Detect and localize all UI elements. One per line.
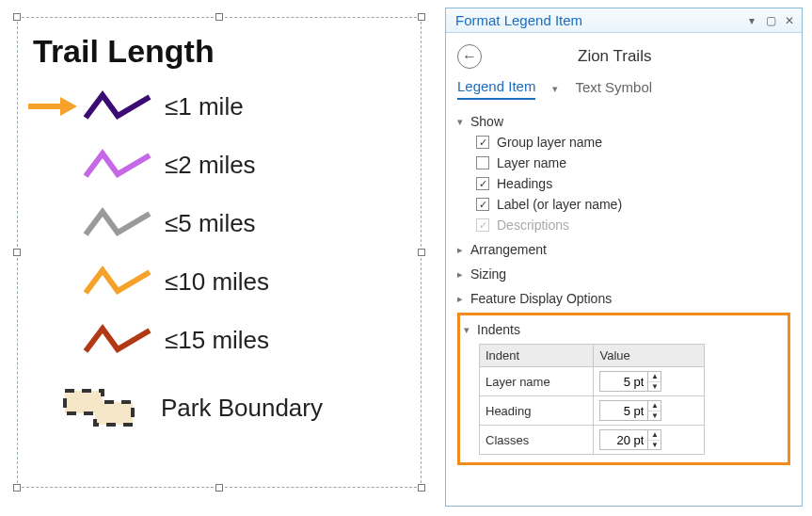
resize-handle[interactable] — [13, 249, 21, 256]
section-toggle-feature-display[interactable]: Feature Display Options — [457, 288, 790, 309]
col-value: Value — [594, 345, 705, 367]
checkbox-icon — [476, 156, 489, 169]
resize-handle[interactable] — [13, 13, 21, 21]
legend-selection-box[interactable]: Trail Length ≤1 mile ≤2 — [17, 17, 422, 488]
check-label: Layer name — [497, 155, 566, 170]
tab-legend-item[interactable]: Legend Item — [457, 78, 535, 100]
checkbox-icon: ✓ — [476, 198, 489, 211]
legend-item-label: ≤1 mile — [159, 92, 244, 121]
section-label: Feature Display Options — [470, 291, 612, 306]
legend-item: ≤15 miles — [25, 311, 421, 369]
trail-symbol — [78, 204, 159, 242]
table-row: Classes ▲▼ — [480, 426, 705, 455]
section-label: Sizing — [470, 266, 506, 282]
checkbox-icon: ✓ — [476, 177, 489, 190]
layout-canvas[interactable]: Trail Length ≤1 mile ≤2 — [8, 8, 431, 499]
spin-down-icon[interactable]: ▼ — [648, 411, 661, 421]
section-toggle-show[interactable]: Show — [457, 111, 790, 132]
panel-title-bar[interactable]: Format Legend Item ▾ ▢ ✕ — [446, 8, 802, 33]
legend-title: Trail Length — [18, 18, 421, 77]
resize-handle[interactable] — [418, 484, 425, 492]
resize-handle[interactable] — [418, 13, 425, 21]
section-arrangement: Arrangement — [457, 239, 790, 260]
tab-text-symbol[interactable]: Text Symbol — [575, 79, 652, 99]
section-label: Show — [470, 114, 503, 129]
check-descriptions: ✓Descriptions — [476, 215, 790, 235]
indent-value-cell: ▲▼ — [594, 367, 705, 396]
legend-items: ≤1 mile ≤2 miles ≤5 miles — [18, 77, 421, 437]
checkbox-icon: ✓ — [476, 218, 489, 232]
menu-icon[interactable]: ▾ — [745, 14, 758, 27]
section-sizing: Sizing — [457, 264, 790, 284]
classes-indent-spinner[interactable]: ▲▼ — [599, 429, 661, 450]
show-options: ✓Group layer name Layer name ✓Headings ✓… — [457, 132, 790, 235]
boundary-symbol — [42, 381, 155, 434]
legend-item-boundary: Park Boundary — [25, 379, 421, 437]
section-toggle-sizing[interactable]: Sizing — [457, 264, 790, 284]
table-header: Indent Value — [480, 345, 705, 367]
check-label: Group layer name — [497, 135, 602, 150]
section-feature-display: Feature Display Options — [457, 288, 790, 309]
layer-name-indent-input[interactable] — [600, 372, 647, 391]
maximize-icon[interactable]: ▢ — [764, 14, 777, 27]
legend-item-label: ≤15 miles — [159, 326, 269, 355]
format-legend-item-panel: Format Legend Item ▾ ▢ ✕ ← Zion Trails L… — [445, 8, 803, 507]
spin-down-icon[interactable]: ▼ — [648, 441, 661, 450]
spin-down-icon[interactable]: ▼ — [648, 382, 661, 392]
selection-arrow — [25, 94, 78, 119]
indent-value-cell: ▲▼ — [594, 426, 705, 455]
heading-indent-spinner[interactable]: ▲▼ — [599, 400, 661, 421]
spin-up-icon[interactable]: ▲ — [648, 401, 661, 411]
legend-item-label: Park Boundary — [155, 394, 323, 423]
table-row: Layer name ▲▼ — [480, 367, 705, 396]
table-row: Heading ▲▼ — [480, 396, 705, 426]
check-layer-name[interactable]: Layer name — [476, 153, 790, 173]
section-label: Arrangement — [470, 242, 547, 257]
section-show: Show ✓Group layer name Layer name ✓Headi… — [457, 111, 790, 235]
legend-item-label: ≤5 miles — [159, 209, 256, 238]
tab-dropdown-icon[interactable]: ▾ — [552, 83, 558, 95]
checkbox-icon: ✓ — [476, 136, 489, 149]
section-toggle-arrangement[interactable]: Arrangement — [457, 239, 790, 260]
back-button[interactable]: ← — [457, 44, 482, 69]
trail-symbol — [78, 88, 159, 125]
layer-name-indent-spinner[interactable]: ▲▼ — [599, 371, 661, 392]
panel-title: Format Legend Item — [455, 12, 582, 28]
col-indent: Indent — [480, 345, 594, 367]
trail-symbol — [78, 321, 159, 359]
panel-header-row: ← Zion Trails — [457, 44, 790, 69]
trail-symbol — [78, 146, 159, 184]
highlighted-indents-section: Indents Indent Value Layer name ▲▼ — [457, 313, 790, 465]
section-label: Indents — [477, 322, 520, 337]
check-label: Label (or layer name) — [497, 197, 622, 212]
check-headings[interactable]: ✓Headings — [476, 173, 790, 194]
indent-name: Classes — [480, 426, 594, 455]
legend-item: ≤10 miles — [25, 252, 421, 311]
indent-name: Heading — [480, 396, 594, 426]
check-label: Descriptions — [497, 218, 569, 233]
resize-handle[interactable] — [13, 484, 21, 492]
panel-tabs: Legend Item ▾ Text Symbol — [457, 78, 790, 100]
resize-handle[interactable] — [215, 13, 223, 21]
legend-item: ≤1 mile — [25, 77, 421, 136]
indent-name: Layer name — [480, 367, 594, 396]
spin-up-icon[interactable]: ▲ — [648, 430, 661, 441]
trail-symbol — [78, 263, 159, 300]
legend-item-label: ≤2 miles — [159, 151, 256, 180]
svg-marker-1 — [60, 97, 77, 116]
panel-body: ← Zion Trails Legend Item ▾ Text Symbol … — [446, 33, 802, 475]
resize-handle[interactable] — [418, 249, 425, 256]
panel-subtitle: Zion Trails — [578, 47, 651, 66]
classes-indent-input[interactable] — [600, 430, 647, 449]
indents-table: Indent Value Layer name ▲▼ Heading — [479, 344, 705, 455]
check-group-layer-name[interactable]: ✓Group layer name — [476, 132, 790, 153]
close-icon[interactable]: ✕ — [783, 14, 796, 27]
check-label[interactable]: ✓Label (or layer name) — [476, 194, 790, 215]
check-label: Headings — [497, 176, 552, 191]
heading-indent-input[interactable] — [600, 401, 647, 420]
spin-up-icon[interactable]: ▲ — [648, 372, 661, 382]
indent-value-cell: ▲▼ — [594, 396, 705, 426]
resize-handle[interactable] — [215, 484, 223, 492]
section-toggle-indents[interactable]: Indents — [462, 319, 782, 340]
panel-controls: ▾ ▢ ✕ — [745, 14, 796, 27]
